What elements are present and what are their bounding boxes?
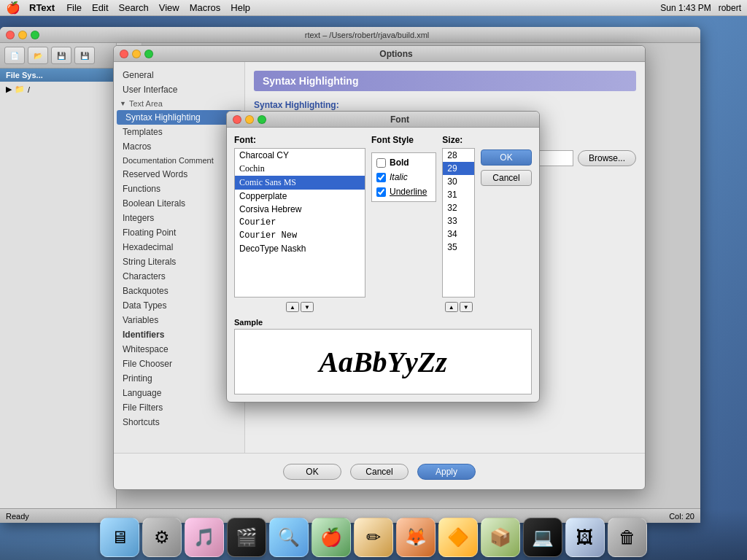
font-maximize[interactable] — [258, 115, 266, 124]
menu-macros[interactable]: Macros — [190, 2, 221, 13]
size-scroll-down[interactable]: ▼ — [460, 302, 473, 312]
menu-view[interactable]: View — [159, 2, 179, 13]
size-32[interactable]: 32 — [443, 201, 474, 214]
menu-file[interactable]: File — [66, 2, 82, 13]
sidebar-item-boolean[interactable]: Boolean Literals — [114, 196, 244, 211]
sidebar-item-floating[interactable]: Floating Point — [114, 225, 244, 240]
dock-rjava[interactable]: 📦 — [481, 518, 520, 557]
options-minimize[interactable] — [132, 50, 141, 58]
font-scroll-down[interactable]: ▼ — [301, 302, 314, 312]
dock-firefox[interactable]: 🦊 — [396, 518, 436, 557]
dock-quicktime[interactable]: 🔍 — [269, 518, 309, 557]
size-35[interactable]: 35 — [443, 241, 474, 254]
font-close[interactable] — [233, 115, 241, 124]
sidebar-item-general[interactable]: General — [114, 68, 244, 82]
sidebar-item-backquotes[interactable]: Backquotes — [114, 284, 244, 298]
italic-checkbox[interactable] — [376, 173, 386, 182]
dock-terminal[interactable]: 💻 — [523, 518, 562, 557]
sidebar-item-printing[interactable]: Printing — [114, 371, 244, 386]
size-29[interactable]: 29 — [443, 162, 474, 175]
sidebar-item-data-types[interactable]: Data Types — [114, 298, 244, 313]
toolbar-open[interactable]: 📂 — [28, 47, 48, 64]
dock-preview[interactable]: 🖼 — [565, 518, 605, 557]
apply-button[interactable]: Apply — [417, 464, 476, 480]
sidebar-item-variables[interactable]: Variables — [114, 313, 244, 327]
size-col: Size: 28 29 30 31 32 33 34 35 ▲ ▼ — [442, 135, 475, 312]
font-list[interactable]: Charcoal CY Cochin Comic Sans MS Copperp… — [234, 148, 365, 298]
sidebar-item-identifiers[interactable]: Identifiers — [114, 327, 244, 342]
sidebar-item-file-filters[interactable]: File Filters — [114, 400, 244, 415]
sidebar-item-functions[interactable]: Functions — [114, 182, 244, 196]
toolbar-save[interactable]: 💾 — [51, 47, 71, 64]
sidebar-item-doc-comment[interactable]: Documentation Comment — [114, 154, 244, 167]
menu-search[interactable]: Search — [119, 2, 149, 13]
dock-trash[interactable]: 🗑 — [608, 518, 647, 557]
sample-area: AaBbYyZz — [234, 329, 532, 394]
dock-sys-prefs[interactable]: ⚙ — [142, 518, 182, 557]
options-maximize[interactable] — [144, 50, 153, 58]
font-dialog-title: Font — [266, 114, 533, 125]
sample-text: AaBbYyZz — [319, 345, 447, 379]
dock-apple[interactable]: 🍎 — [311, 518, 351, 557]
font-charcoal-cy[interactable]: Charcoal CY — [235, 149, 365, 162]
font-col-label: Font: — [234, 135, 365, 145]
sidebar-item-string[interactable]: String Literals — [114, 254, 244, 269]
font-decotype[interactable]: DecoType Naskh — [235, 242, 365, 255]
close-button[interactable] — [6, 31, 15, 39]
sidebar-item-language[interactable]: Language — [114, 386, 244, 400]
dock-rtext[interactable]: ✏ — [354, 518, 393, 557]
font-cancel-button[interactable]: Cancel — [481, 170, 532, 186]
font-scroll-up[interactable]: ▲ — [286, 302, 299, 312]
sidebar-item-hex[interactable]: Hexadecimal — [114, 240, 244, 254]
options-close[interactable] — [120, 50, 128, 58]
dock: 🖥 ⚙ 🎵 🎬 🔍 🍎 ✏ 🦊 🔶 📦 💻 🖼 🗑 — [0, 509, 747, 560]
ok-button[interactable]: OK — [283, 464, 341, 480]
dock-itunes[interactable]: 🎵 — [185, 518, 224, 557]
font-courier[interactable]: Courier — [235, 216, 365, 229]
sidebar-item-ui[interactable]: User Interface — [114, 82, 244, 97]
dock-dvd[interactable]: 🎬 — [227, 518, 266, 557]
underline-checkbox[interactable] — [376, 187, 386, 197]
font-cochin[interactable]: Cochin — [235, 162, 365, 176]
app-name[interactable]: RText — [29, 2, 55, 13]
sidebar-item-shortcuts[interactable]: Shortcuts — [114, 415, 244, 429]
sidebar-item-integers[interactable]: Integers — [114, 211, 244, 225]
sidebar-item-macros[interactable]: Macros — [114, 139, 244, 154]
sidebar-item-templates[interactable]: Templates — [114, 125, 244, 139]
sidebar-item-reserved[interactable]: Reserved Words — [114, 167, 244, 182]
options-titlebar: Options — [114, 46, 645, 62]
sidebar-item-whitespace[interactable]: Whitespace — [114, 342, 244, 357]
font-copperplate[interactable]: Copperplate — [235, 190, 365, 203]
size-33[interactable]: 33 — [443, 214, 474, 228]
dock-finder[interactable]: 🖥 — [100, 518, 139, 557]
minimize-button[interactable] — [18, 31, 27, 39]
size-34[interactable]: 34 — [443, 228, 474, 241]
font-minimize[interactable] — [245, 115, 254, 124]
cancel-button[interactable]: Cancel — [350, 464, 409, 480]
font-comic-sans[interactable]: Comic Sans MS — [235, 176, 365, 190]
sidebar-item-file-chooser[interactable]: File Chooser — [114, 357, 244, 371]
sidebar-item-chars[interactable]: Characters — [114, 269, 244, 284]
apple-menu[interactable]: 🍎 — [6, 1, 20, 15]
expand-arrow: ▼ — [120, 100, 126, 107]
toolbar-new[interactable]: 📄 — [4, 47, 25, 64]
font-ok-button[interactable]: OK — [481, 149, 532, 166]
dock-vlc[interactable]: 🔶 — [438, 518, 478, 557]
size-scroll-up[interactable]: ▲ — [445, 302, 458, 312]
sample-label: Sample — [234, 318, 532, 327]
menu-edit[interactable]: Edit — [92, 2, 108, 13]
size-28[interactable]: 28 — [443, 149, 474, 162]
size-31[interactable]: 31 — [443, 188, 474, 201]
size-30[interactable]: 30 — [443, 175, 474, 188]
sidebar-group-textarea[interactable]: ▼ Text Area — [114, 97, 244, 110]
maximize-button[interactable] — [31, 31, 39, 39]
toolbar-save-all[interactable]: 💾 — [74, 47, 95, 64]
bold-checkbox[interactable] — [376, 158, 386, 168]
font-courier-new[interactable]: Courier New — [235, 229, 365, 242]
sidebar-item-syntax[interactable]: Syntax Highlighting — [117, 110, 241, 125]
font-corsiva[interactable]: Corsiva Hebrew — [235, 203, 365, 216]
menubar-time: Sun 1:43 PM — [660, 3, 711, 13]
browse-button[interactable]: Browse... — [578, 150, 636, 166]
menu-help[interactable]: Help — [231, 2, 250, 13]
size-list[interactable]: 28 29 30 31 32 33 34 35 — [442, 148, 475, 298]
